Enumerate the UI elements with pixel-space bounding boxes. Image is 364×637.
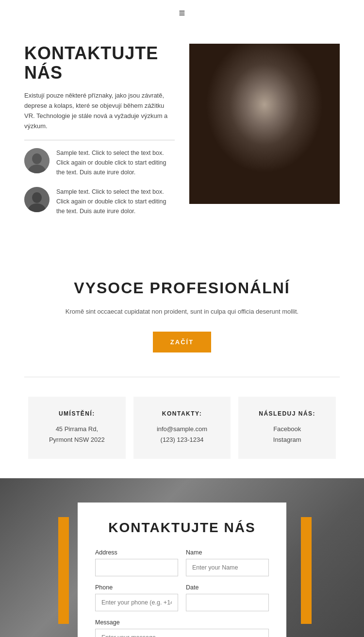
social-heading: NÁSLEDUJ NÁS: <box>248 410 326 417</box>
info-boxes-section: UMÍSTĚNÍ: 45 Pirrama Rd, Pyrmont NSW 202… <box>0 377 364 478</box>
date-input[interactable] <box>186 594 269 611</box>
avatar-1 <box>24 148 50 173</box>
social-links: Facebook Instagram <box>248 424 326 445</box>
location-address: 45 Pirrama Rd, Pyrmont NSW 2022 <box>38 424 116 445</box>
location-box: UMÍSTĚNÍ: 45 Pirrama Rd, Pyrmont NSW 202… <box>28 397 126 459</box>
form-title: KONTAKTUJTE NÁS <box>95 520 269 536</box>
date-label: Date <box>186 584 269 591</box>
address-input[interactable] <box>95 559 178 576</box>
hero-portrait-image <box>189 44 340 204</box>
contacts-heading: KONTAKTY: <box>143 410 221 417</box>
name-input[interactable] <box>186 559 269 576</box>
orange-accent-bar-right <box>301 517 312 624</box>
form-row-1: Address Name <box>95 549 269 576</box>
name-label: Name <box>186 549 269 556</box>
navigation: ≡ <box>0 0 364 24</box>
message-label: Message <box>95 619 269 626</box>
svg-point-4 <box>32 192 42 203</box>
person-2-text: Sample text. Click to select the text bo… <box>56 187 175 216</box>
contacts-details: info@sample.com (123) 123-1234 <box>143 424 221 445</box>
person-item-1: Sample text. Click to select the text bo… <box>24 148 175 177</box>
contact-form-card: KONTAKTUJTE NÁS Address Name Phone Date <box>78 503 286 637</box>
person-1-text: Sample text. Click to select the text bo… <box>56 148 175 177</box>
address-label: Address <box>95 549 178 556</box>
section-divider-line <box>24 140 175 140</box>
date-field-group: Date <box>186 584 269 611</box>
contact-intro-text: Existují pouze některé příznaky, jako js… <box>24 91 175 131</box>
contact-form-section: KONTAKTUJTE NÁS Address Name Phone Date <box>0 478 364 637</box>
form-row-3: Message <box>95 619 269 637</box>
phone-number: (123) 123-1234 <box>161 436 204 443</box>
phone-label: Phone <box>95 584 178 591</box>
location-heading: UMÍSTĚNÍ: <box>38 410 116 417</box>
professional-subtitle: Kromě sint occaecat cupidatat non proide… <box>39 307 325 317</box>
social-box: NÁSLEDUJ NÁS: Facebook Instagram <box>238 397 336 459</box>
orange-accent-bar-left <box>58 517 69 624</box>
message-field-group: Message <box>95 619 269 637</box>
phone-input[interactable] <box>95 594 178 611</box>
professional-section: VYSOCE PROFESIONÁLNÍ Kromě sint occaecat… <box>0 250 364 377</box>
contacts-box: KONTAKTY: info@sample.com (123) 123-1234 <box>133 397 231 459</box>
email-link[interactable]: info@sample.com <box>157 425 207 433</box>
contact-left-column: KONTAKTUJTE NÁS Existují pouze některé p… <box>24 44 175 226</box>
phone-field-group: Phone <box>95 584 178 611</box>
start-button[interactable]: ZAČÍT <box>153 332 211 352</box>
hamburger-icon[interactable]: ≡ <box>179 7 185 19</box>
professional-heading: VYSOCE PROFESIONÁLNÍ <box>39 279 325 297</box>
hero-photo <box>189 44 340 204</box>
contact-right-column <box>189 44 340 204</box>
address-field-group: Address <box>95 549 178 576</box>
person-item-2: Sample text. Click to select the text bo… <box>24 187 175 216</box>
facebook-link[interactable]: Facebook <box>273 425 301 433</box>
name-field-group: Name <box>186 549 269 576</box>
contact-heading: KONTAKTUJTE NÁS <box>24 44 175 82</box>
instagram-link[interactable]: Instagram <box>273 436 301 443</box>
contact-top-section: KONTAKTUJTE NÁS Existují pouze některé p… <box>0 24 364 250</box>
form-row-2: Phone Date <box>95 584 269 611</box>
message-input[interactable] <box>95 629 269 637</box>
svg-point-1 <box>32 153 42 164</box>
avatar-2 <box>24 187 50 212</box>
